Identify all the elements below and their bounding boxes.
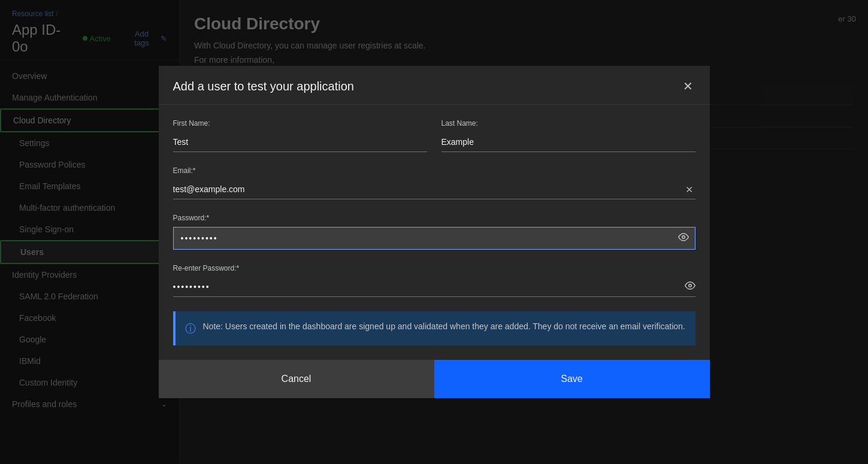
modal-footer: Cancel Save bbox=[159, 360, 710, 398]
last-name-field[interactable] bbox=[441, 132, 695, 152]
email-group: Email:* ⨯ bbox=[173, 166, 695, 199]
info-icon: ⓘ bbox=[185, 322, 196, 336]
modal-header: Add a user to test your application ✕ bbox=[159, 66, 710, 105]
svg-point-0 bbox=[682, 236, 685, 239]
password-group: Password:* bbox=[173, 214, 695, 250]
password-toggle-visibility-button[interactable] bbox=[678, 232, 689, 245]
reenter-password-group: Re-enter Password:* bbox=[173, 264, 695, 297]
modal-body: First Name: Last Name: Email:* ⨯ Passwor… bbox=[159, 105, 710, 360]
name-row: First Name: Last Name: bbox=[173, 119, 695, 152]
reenter-password-field[interactable] bbox=[173, 282, 695, 292]
last-name-label: Last Name: bbox=[441, 119, 695, 128]
first-name-field[interactable] bbox=[173, 132, 427, 152]
first-name-label: First Name: bbox=[173, 119, 427, 128]
modal-title: Add a user to test your application bbox=[173, 80, 354, 93]
password-label: Password:* bbox=[173, 214, 695, 222]
modal-overlay: Add a user to test your application ✕ Fi… bbox=[0, 0, 868, 464]
modal-close-button[interactable]: ✕ bbox=[681, 78, 695, 95]
reenter-password-wrapper bbox=[173, 277, 695, 297]
email-label: Email:* bbox=[173, 166, 695, 175]
svg-point-1 bbox=[688, 284, 691, 287]
password-field[interactable] bbox=[181, 233, 688, 243]
reenter-password-toggle-visibility-button[interactable] bbox=[685, 280, 695, 293]
cancel-button[interactable]: Cancel bbox=[159, 360, 434, 398]
email-field[interactable] bbox=[173, 180, 695, 199]
info-box: ⓘ Note: Users created in the dashboard a… bbox=[173, 311, 695, 345]
last-name-group: Last Name: bbox=[441, 119, 695, 152]
save-button[interactable]: Save bbox=[434, 360, 710, 398]
reenter-password-label: Re-enter Password:* bbox=[173, 264, 695, 272]
email-clear-button[interactable]: ⨯ bbox=[683, 181, 695, 198]
first-name-group: First Name: bbox=[173, 119, 427, 152]
password-input-wrapper bbox=[173, 227, 695, 250]
add-user-modal: Add a user to test your application ✕ Fi… bbox=[159, 66, 710, 398]
info-text: Note: Users created in the dashboard are… bbox=[203, 321, 685, 333]
email-input-wrapper: ⨯ bbox=[173, 180, 695, 199]
